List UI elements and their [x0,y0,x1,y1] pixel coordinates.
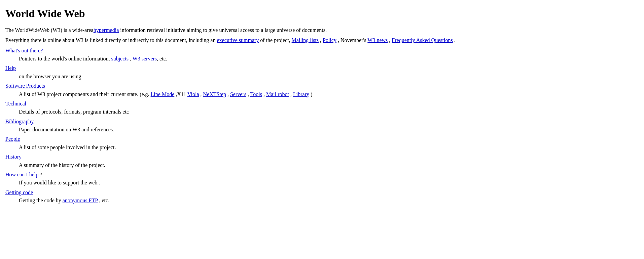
whats-out-there-link[interactable]: What's out there? [5,48,43,53]
intro2-mid4-text: , [388,37,392,43]
intro2-mid2-text: , [319,37,323,43]
technical-link[interactable]: Technical [5,101,26,106]
intro2-mid1-text: of the project, [259,37,291,43]
list-item: People [5,135,639,143]
list-item: What's out there? [5,47,639,54]
list-item: Help [5,64,639,72]
mailing-lists-link[interactable]: Mailing lists [292,37,319,43]
page-title: World Wide Web [5,6,639,21]
subjects-link[interactable]: subjects [111,56,129,61]
list-item-description: Getting the code by anonymous FTP , etc. [19,197,639,204]
tools-link[interactable]: Tools [250,91,262,97]
people-link[interactable]: People [5,136,20,142]
list-item-description: on the browser you are using [19,73,639,80]
executive-summary-link[interactable]: executive summary [217,37,259,43]
anonymous-ftp-link[interactable]: anonymous FTP [63,198,98,203]
intro2-mid3-text: , November's [336,37,367,43]
faq-link[interactable]: Frequently Asked Questions [392,37,453,43]
help-link[interactable]: Help [5,65,16,71]
list-item: Technical [5,100,639,107]
how-can-i-help-link[interactable]: How can I help [5,172,38,177]
viola-link[interactable]: Viola [187,91,199,97]
linemode-link[interactable]: Line Mode [151,91,175,97]
getting-code-link[interactable]: Getting code [5,189,33,195]
intro2-end-text: . [453,37,456,43]
list-item: Software Products [5,82,639,90]
w3servers-link[interactable]: W3 servers [133,56,157,61]
nextstep-link[interactable]: NeXTStep [203,91,226,97]
library-link[interactable]: Library [293,91,309,97]
list-item-description: A summary of the history of the project. [19,162,639,169]
history-link[interactable]: History [5,154,22,160]
main-list: What's out there? Pointers to the world'… [5,47,639,205]
policy-link[interactable]: Policy [323,37,336,43]
list-item-description: If you would like to support the web.. [19,179,639,186]
list-item-description: A list of some people involved in the pr… [19,144,639,151]
servers-link[interactable]: Servers [230,91,246,97]
intro-paragraph-2: Everything there is online about W3 is l… [5,37,639,44]
intro-paragraph-1: The WorldWideWeb (W3) is a wide-areahype… [5,27,639,34]
list-item-description: Paper documentation on W3 and references… [19,126,639,133]
list-item: How can I help ? [5,171,639,178]
hypermedia-link[interactable]: hypermedia [94,27,119,33]
list-item: History [5,153,639,161]
bibliography-link[interactable]: Bibliography [5,119,34,124]
list-item: Getting code [5,189,639,196]
software-products-link[interactable]: Software Products [5,83,45,89]
list-item: Bibliography [5,118,639,125]
list-item-description: A list of W3 project components and thei… [19,91,639,98]
mailrobot-link[interactable]: Mail robot [266,91,289,97]
intro1-cont-text: information retrieval initiative aiming … [119,27,327,33]
list-item-description: Pointers to the world's online informati… [19,55,639,62]
intro2-start-text: Everything there is online about W3 is l… [5,37,217,43]
intro1-text: The WorldWideWeb (W3) is a wide-area [5,27,94,33]
w3news-link[interactable]: W3 news [367,37,388,43]
list-item-description: Details of protocols, formats, program i… [19,108,639,116]
